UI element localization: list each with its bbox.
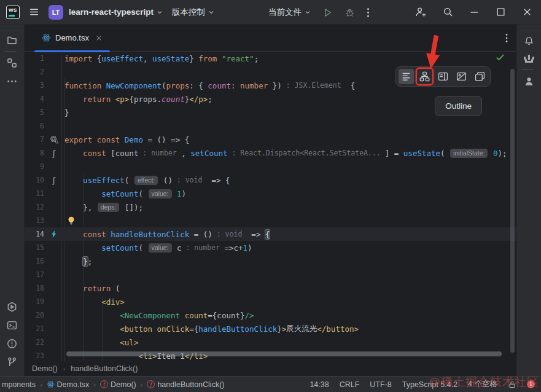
notifications-bell-icon[interactable] (521, 32, 537, 48)
status-item[interactable]: CRLF (340, 380, 360, 389)
webstorm-logo: WS (6, 6, 20, 19)
line-number: 20 (25, 311, 47, 319)
tab-options-icon[interactable] (505, 33, 508, 43)
line-number: 23 (25, 351, 47, 360)
more-icon[interactable] (4, 73, 20, 89)
tab-demo-tsx[interactable]: Demo.tsx (34, 25, 110, 52)
navbar-item[interactable]: fDemo() (100, 380, 136, 389)
code-line-8[interactable]: 8ʃ const [count : number , setCount : Re… (25, 146, 516, 160)
code-line-14[interactable]: 14 const handleButtonClick = () : void =… (25, 227, 516, 241)
line-number: 15 (25, 243, 47, 252)
view-outline-icon[interactable] (417, 69, 432, 84)
code-text: }, deps: []); (61, 203, 143, 212)
main-menu-icon[interactable] (29, 7, 39, 17)
inspections-ok-check-icon[interactable] (496, 53, 505, 62)
code-line-11[interactable]: 11 setCount( value: 1) (25, 187, 516, 200)
navbar-item[interactable]: mponents (2, 380, 36, 389)
code-line-18[interactable]: 18 return ( (25, 281, 516, 295)
run-icon[interactable] (322, 7, 333, 18)
view-panel-icon[interactable] (435, 69, 451, 84)
view-mode-toolbar (395, 66, 491, 87)
window-minimize-icon[interactable] (469, 7, 480, 17)
debug-icon[interactable] (344, 7, 355, 18)
chevron-down-icon (208, 9, 214, 15)
line-number: 3 (25, 81, 47, 90)
run-configuration-selector[interactable]: 当前文件 (268, 7, 311, 18)
chevron-down-icon (305, 9, 311, 15)
project-folder-icon[interactable] (4, 32, 20, 48)
code-line-6[interactable]: 6 (25, 119, 516, 133)
gutter (47, 80, 61, 90)
code-line-15[interactable]: 15 setCount( value: c : number =>c+1) (25, 241, 516, 254)
react-file-icon (47, 380, 55, 388)
code-line-9[interactable]: 9 (25, 160, 516, 173)
terminal-icon[interactable] (4, 317, 20, 333)
vertical-scrollbar[interactable] (510, 69, 515, 353)
code-with-me-add-user-icon[interactable] (415, 7, 427, 17)
hook-gutter-icon[interactable]: ʃ (47, 148, 61, 158)
code-line-12[interactable]: 12 }, deps: []); (25, 200, 516, 214)
code-text: function NewComponent(props: { count: nu… (61, 81, 355, 90)
vcs-widget[interactable]: 版本控制 (172, 7, 214, 18)
horizontal-scrollbar[interactable] (66, 351, 502, 356)
more-actions-icon[interactable] (367, 7, 370, 18)
code-line-17[interactable]: 17 (25, 268, 516, 281)
code-line-10[interactable]: 10ʃ useEffect( effect: () : void => { (25, 173, 516, 187)
navbar-item[interactable]: Demo.tsx (47, 380, 90, 389)
gutter (47, 121, 61, 131)
gutter (47, 94, 61, 104)
code-text: export const Demo = () => { (61, 135, 189, 144)
code-line-22[interactable]: 22 <ul> (25, 335, 516, 349)
status-item[interactable]: TypeScript 5.4.2 (402, 380, 457, 389)
search-everywhere-icon[interactable] (443, 7, 453, 17)
line-number: 8 (25, 149, 47, 157)
profile-icon[interactable] (521, 73, 537, 89)
window-close-icon[interactable] (522, 7, 532, 17)
cards-stack-icon[interactable] (521, 50, 537, 66)
code-line-7[interactable]: 7export const Demo = () => { (25, 133, 516, 146)
problems-icon[interactable] (4, 335, 20, 351)
view-image-icon[interactable] (454, 69, 469, 84)
code-editor[interactable]: 1import {useEffect, useState} from "reac… (25, 52, 516, 361)
view-stack-icon[interactable] (472, 69, 488, 84)
title-bar: WS LT learn-react-typescript 版本控制 当前文件 (0, 0, 541, 25)
code-line-21[interactable]: 21 <button onClick={handleButtonClick}>辰… (25, 322, 516, 335)
code-line-13[interactable]: 13 (25, 214, 516, 227)
gutter (47, 53, 61, 63)
code-line-1[interactable]: 1import {useEffect, useState} from "reac… (25, 52, 516, 65)
project-name: learn-react-typescript (69, 7, 154, 17)
project-widget[interactable]: LT learn-react-typescript (49, 5, 163, 20)
code-text (61, 216, 77, 225)
status-item[interactable]: 4 个空格 (468, 379, 497, 390)
status-item[interactable]: UTF-8 (370, 380, 391, 389)
line-number: 22 (25, 338, 47, 347)
hook-gutter-icon[interactable]: ʃ (47, 175, 61, 185)
gutter (47, 297, 61, 307)
services-icon[interactable] (4, 299, 20, 315)
navbar-item[interactable]: fhandleButtonClick() (147, 380, 224, 389)
breadcrumb-item[interactable]: Demo() (32, 364, 58, 373)
line-number: 18 (25, 284, 47, 292)
breadcrumb-separator: › (63, 365, 66, 372)
react-preview-gutter-icon[interactable] (47, 135, 61, 144)
structure-icon[interactable] (4, 55, 20, 71)
breadcrumb-item[interactable]: handleButtonClick() (71, 364, 138, 373)
code-line-19[interactable]: 19 <div> (25, 295, 516, 308)
code-line-16[interactable]: 16 }; (25, 254, 516, 268)
tab-close-icon[interactable] (95, 34, 103, 42)
bolt-gutter-icon[interactable] (47, 229, 61, 239)
gutter (47, 256, 61, 266)
error-notification-badge[interactable]: ! (527, 380, 535, 388)
code-line-20[interactable]: 20 <NewComponent count={count}/> (25, 308, 516, 322)
code-text: import {useEffect, useState} from "react… (61, 54, 259, 63)
window-maximize-icon[interactable] (496, 7, 506, 17)
gutter (47, 337, 61, 347)
gutter (47, 189, 61, 198)
stripe-divider (4, 51, 17, 52)
lock-open-icon[interactable] (508, 380, 516, 389)
git-branch-icon[interactable] (4, 354, 20, 370)
status-item[interactable]: 14:38 (309, 380, 329, 389)
intention-bulb-icon[interactable] (66, 216, 76, 225)
view-lines-icon[interactable] (399, 69, 414, 84)
line-number: 7 (25, 135, 47, 144)
